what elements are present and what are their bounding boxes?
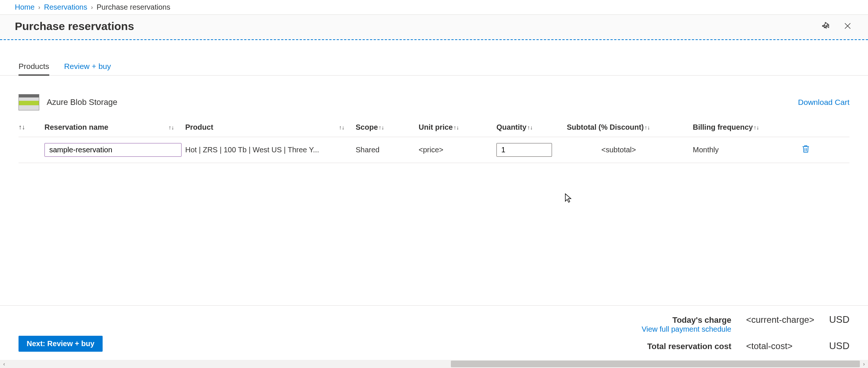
pin-button[interactable] bbox=[821, 20, 832, 33]
subtotal-cell: <subtotal> bbox=[567, 146, 693, 154]
download-cart-link[interactable]: Download Cart bbox=[798, 98, 849, 107]
sort-icon: ↑↓ bbox=[754, 124, 759, 130]
col-reservation-name[interactable]: Reservation name ↑↓ bbox=[44, 123, 185, 132]
col-label: Reservation name bbox=[44, 123, 108, 132]
col-label: Quantity bbox=[496, 123, 526, 132]
horizontal-scrollbar[interactable]: ‹ › bbox=[0, 360, 868, 368]
today-charge-currency: USD bbox=[829, 314, 849, 325]
quantity-input[interactable] bbox=[496, 143, 552, 157]
chevron-right-icon: › bbox=[91, 4, 93, 11]
close-button[interactable] bbox=[842, 20, 853, 33]
col-label: Scope bbox=[356, 123, 378, 132]
total-cost-currency: USD bbox=[829, 340, 849, 352]
mouse-cursor-icon bbox=[565, 193, 572, 203]
title-bar: Purchase reservations bbox=[0, 15, 868, 40]
delete-row-button[interactable] bbox=[801, 144, 811, 155]
today-charge-value: <current-charge> bbox=[746, 315, 814, 325]
scope-cell: Shared bbox=[356, 146, 419, 154]
sort-icon: ↑↓ bbox=[169, 124, 174, 130]
cost-summary: Today's charge View full payment schedul… bbox=[642, 314, 849, 352]
sort-icon: ↑↓ bbox=[339, 124, 345, 130]
breadcrumb-reservations[interactable]: Reservations bbox=[44, 3, 87, 11]
table-header-row: ↑↓ Reservation name ↑↓ Product ↑↓ Scope … bbox=[19, 118, 849, 137]
reservation-name-input[interactable] bbox=[44, 143, 182, 157]
scroll-left-icon[interactable]: ‹ bbox=[0, 361, 8, 367]
table-row: Hot | ZRS | 100 Tb | West US | Three Y..… bbox=[19, 137, 849, 163]
sort-icon: ↑↓ bbox=[379, 124, 384, 130]
col-unit-price[interactable]: Unit price ↑↓ bbox=[419, 123, 496, 132]
breadcrumb-home[interactable]: Home bbox=[15, 3, 34, 11]
close-icon bbox=[844, 22, 852, 30]
tab-products[interactable]: Products bbox=[19, 59, 49, 76]
scroll-right-icon[interactable]: › bbox=[860, 361, 868, 367]
trash-icon bbox=[801, 144, 811, 154]
tab-review-buy[interactable]: Review + buy bbox=[64, 59, 111, 76]
sort-icon: ↑↓ bbox=[645, 124, 650, 130]
breadcrumb: Home › Reservations › Purchase reservati… bbox=[0, 0, 868, 15]
col-label: Unit price bbox=[419, 123, 453, 132]
sort-icon: ↑↓ bbox=[453, 124, 459, 130]
col-billing-frequency[interactable]: Billing frequency ↑↓ bbox=[693, 123, 789, 132]
col-subtotal[interactable]: Subtotal (% Discount) ↑↓ bbox=[567, 123, 693, 132]
service-header: Azure Blob Storage Download Cart bbox=[0, 76, 868, 118]
footer: Next: Review + buy Today's charge View f… bbox=[0, 305, 868, 360]
product-cell: Hot | ZRS | 100 Tb | West US | Three Y..… bbox=[185, 146, 356, 154]
reservations-table: ↑↓ Reservation name ↑↓ Product ↑↓ Scope … bbox=[0, 118, 868, 163]
total-cost-label: Total reservation cost bbox=[642, 342, 731, 351]
scroll-track[interactable] bbox=[8, 360, 860, 368]
unit-price-cell: <price> bbox=[419, 146, 496, 154]
col-label: Billing frequency bbox=[693, 123, 753, 132]
chevron-right-icon: › bbox=[38, 4, 40, 11]
pin-icon bbox=[822, 22, 830, 30]
next-review-buy-button[interactable]: Next: Review + buy bbox=[19, 336, 103, 352]
today-charge-label: Today's charge bbox=[642, 315, 731, 325]
sort-icon: ↑↓ bbox=[527, 124, 533, 130]
col-label: Subtotal (% Discount) bbox=[567, 123, 644, 132]
service-name: Azure Blob Storage bbox=[47, 97, 117, 107]
page-title: Purchase reservations bbox=[15, 20, 134, 33]
col-product[interactable]: Product ↑↓ bbox=[185, 123, 356, 132]
col-quantity[interactable]: Quantity ↑↓ bbox=[496, 123, 567, 132]
sort-handle-icon[interactable]: ↑↓ bbox=[19, 123, 25, 131]
billing-frequency-cell: Monthly bbox=[693, 146, 789, 154]
blob-storage-icon bbox=[19, 94, 39, 110]
view-payment-schedule-link[interactable]: View full payment schedule bbox=[642, 325, 731, 333]
col-scope[interactable]: Scope ↑↓ bbox=[356, 123, 419, 132]
breadcrumb-current: Purchase reservations bbox=[97, 3, 170, 11]
scroll-thumb[interactable] bbox=[451, 361, 860, 367]
total-cost-value: <total-cost> bbox=[746, 341, 814, 351]
tabs: Products Review + buy bbox=[0, 59, 868, 76]
col-label: Product bbox=[185, 123, 213, 132]
